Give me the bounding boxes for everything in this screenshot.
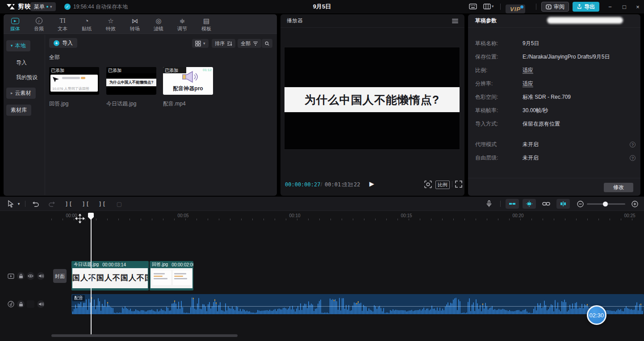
minimize-button[interactable]: −	[604, 4, 616, 10]
clip-preview-text: 国人不国人不国人不国人	[72, 268, 148, 288]
delete-button[interactable]: ▢	[115, 197, 124, 211]
review-label: 审阅	[554, 3, 565, 11]
tab-audio[interactable]: ♪ 音频	[27, 16, 50, 33]
media-item-answer[interactable]: 已添加 10,076 人赞同了该回答	[49, 67, 99, 95]
tab-sticker[interactable]: ◔ 贴纸	[75, 16, 98, 33]
divider	[468, 178, 640, 178]
ruler-label: 00:25	[624, 213, 635, 218]
ruler-tick	[587, 219, 588, 220]
chevron-down-icon[interactable]: ▾	[16, 197, 21, 211]
view-mode-button[interactable]: ▾	[192, 39, 209, 48]
sidebar-item-label: 素材库	[11, 106, 27, 114]
redo-button[interactable]	[47, 197, 57, 211]
media-tabs-row: ▶ 媒体 ♪ 音频 TI 文本 ◔ 贴纸 ☆ 特效 ⋈ 转场 ◎ 滤镜 ≑ 调节	[4, 14, 277, 34]
sidebar-item-local[interactable]: ▾ 本地	[6, 40, 30, 51]
current-timecode: 00:00:00:27	[285, 181, 320, 188]
thumb-title-text: 配音神器pro	[163, 85, 213, 93]
clip-thumbnail-strip: 国人不国人不国人不国人	[72, 268, 148, 288]
tab-transition[interactable]: ⋈ 转场	[123, 16, 146, 33]
track-toggle-placeholder[interactable]	[27, 300, 34, 308]
tab-media[interactable]: ▶ 媒体	[4, 16, 27, 33]
tab-template[interactable]: ▤ 模板	[195, 16, 218, 33]
lock-track-button[interactable]	[17, 272, 25, 280]
ruler-tick	[431, 219, 431, 220]
text-icon: TI	[59, 17, 65, 25]
preview-axis-button[interactable]	[556, 199, 570, 209]
help-icon[interactable]: ?	[630, 142, 636, 147]
undo-button[interactable]	[30, 197, 40, 211]
sidebar-item-import[interactable]: 导入	[16, 59, 27, 67]
auto-snap-button[interactable]	[523, 199, 536, 209]
close-button[interactable]: ×	[631, 4, 644, 10]
ruler-tick	[286, 219, 286, 220]
field-label: 草稿名称:	[475, 40, 498, 47]
tab-adjust[interactable]: ≑ 调节	[171, 16, 194, 33]
link-icon	[542, 202, 550, 206]
field-label: 代理模式	[475, 141, 497, 148]
select-tool-button[interactable]	[6, 197, 15, 211]
cover-button[interactable]: 封面	[53, 269, 67, 283]
help-icon[interactable]: ?	[630, 155, 636, 161]
search-button[interactable]	[262, 39, 272, 48]
preview-quality-icon[interactable]	[424, 181, 432, 188]
lock-track-button[interactable]	[17, 300, 25, 308]
modify-button[interactable]: 修改	[604, 183, 633, 192]
sidebar-item-cloud[interactable]: ▸ 云素材	[6, 88, 36, 99]
export-button[interactable]: 导出	[573, 2, 599, 12]
ruler-tick	[364, 219, 364, 220]
maximize-button[interactable]: □	[618, 4, 631, 10]
split-left-button[interactable]: ][	[64, 197, 73, 211]
frame-step-icon[interactable]	[343, 182, 347, 187]
clip-header: 回答.jpg 00:00:02:00	[150, 261, 193, 268]
track-type-audio-icon	[7, 300, 15, 308]
layout-switch-button[interactable]: ▾	[483, 4, 494, 9]
clip-answer[interactable]: 回答.jpg 00:00:02:00	[150, 261, 193, 290]
fullscreen-icon[interactable]	[455, 181, 462, 188]
main-track-magnet-button[interactable]	[506, 199, 519, 209]
draft-field-row: 比例: 适应	[468, 67, 640, 76]
play-button[interactable]: ▶	[369, 180, 374, 187]
import-button[interactable]: + 导入	[49, 38, 77, 48]
horizontal-scrollbar[interactable]	[51, 334, 238, 337]
playhead-line[interactable]	[91, 213, 92, 334]
divider	[500, 201, 501, 207]
sidebar-item-presets[interactable]: 我的预设	[16, 74, 38, 81]
media-item-topic[interactable]: 已添加 为什么中国人不能懒惰点?	[106, 67, 156, 95]
ruler-tick	[297, 219, 297, 220]
tab-text[interactable]: TI 文本	[51, 16, 74, 33]
preview-axis-icon	[560, 201, 566, 206]
review-button[interactable]: 审阅	[541, 2, 569, 12]
draft-field-row: 草稿帧率: 30.00帧/秒	[468, 107, 640, 116]
shortcut-keyboard-button[interactable]	[469, 4, 477, 9]
sidebar-item-library[interactable]: 素材库	[6, 105, 31, 116]
linkage-button[interactable]	[540, 197, 552, 211]
record-voiceover-button[interactable]	[485, 197, 493, 211]
draft-field-row: 分辨率: 适应	[468, 80, 640, 89]
timeline-ruler[interactable]: 00:0000:0500:1000:1500:2000:25	[0, 212, 644, 222]
clip-topic[interactable]: 今日话题.jpg 00:00:03:14 国人不国人不国人不国人	[71, 261, 149, 290]
hide-track-button[interactable]	[27, 272, 34, 280]
player-menu-icon[interactable]	[452, 18, 458, 24]
ratio-button[interactable]: 比例	[435, 181, 450, 189]
ruler-tick	[420, 219, 420, 220]
mute-track-button[interactable]	[37, 272, 45, 280]
ruler-tick	[118, 219, 119, 220]
split-right-button[interactable]: ][	[98, 197, 107, 211]
tab-filter[interactable]: ◎ 滤镜	[147, 16, 170, 33]
field-value: 30.00帧/秒	[523, 107, 548, 114]
mute-track-button[interactable]	[37, 300, 45, 308]
split-button[interactable]: ][	[81, 197, 90, 211]
filter-all-button[interactable]: 全部	[238, 39, 261, 48]
media-item-voiceover[interactable]: 已添加 01:12 配音神器pro	[163, 67, 213, 95]
vip-button[interactable]: VIP	[506, 4, 525, 13]
zoom-in-button[interactable]	[631, 197, 639, 211]
zoom-out-button[interactable]	[576, 197, 584, 211]
ratio-dropdown[interactable]: 适应	[523, 67, 533, 74]
frame-step-icon[interactable]	[349, 182, 353, 187]
timeline-zoom-slider-handle[interactable]	[603, 202, 608, 206]
ruler-tick	[185, 219, 186, 220]
audio-clip[interactable]: 配音	[71, 294, 644, 314]
resolution-dropdown[interactable]: 适应	[523, 80, 533, 88]
tab-effects[interactable]: ☆ 特效	[99, 16, 122, 33]
sort-button[interactable]: 排序	[212, 39, 235, 48]
